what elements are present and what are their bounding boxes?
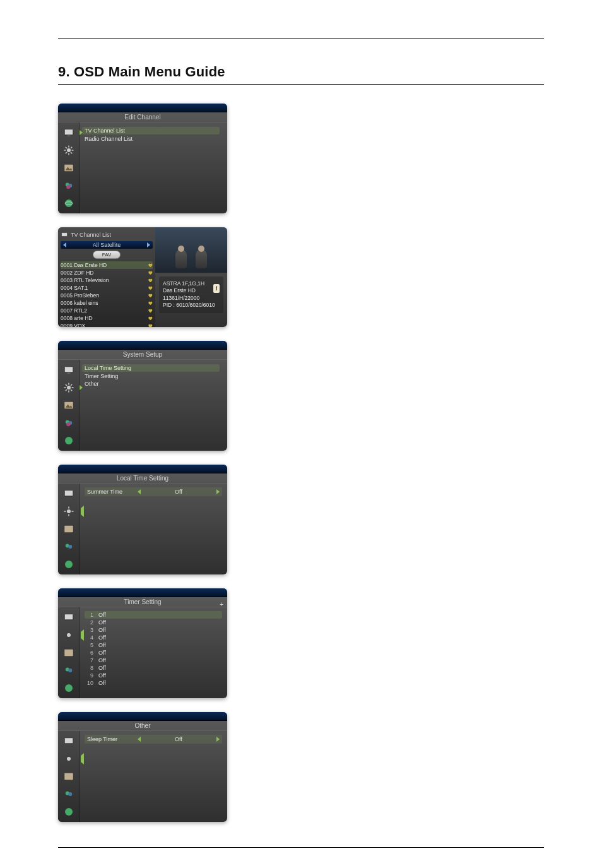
svg-line-8 bbox=[71, 152, 72, 153]
picture-icon bbox=[62, 399, 75, 412]
gear-icon bbox=[62, 381, 75, 394]
svg-line-10 bbox=[71, 147, 72, 148]
globe-icon bbox=[62, 806, 75, 818]
back-pointer-icon bbox=[81, 506, 84, 517]
heart-icon bbox=[148, 316, 153, 321]
timer-row[interactable]: 10Off bbox=[85, 679, 222, 687]
tv-icon bbox=[62, 126, 75, 139]
channel-row[interactable]: 0008 arte HD bbox=[61, 314, 153, 322]
chevron-left-icon[interactable] bbox=[138, 737, 141, 742]
selected-pointer-icon bbox=[80, 130, 83, 135]
left-icon-rail bbox=[58, 360, 80, 451]
palette-icon bbox=[62, 664, 75, 677]
palette-icon bbox=[62, 417, 75, 429]
screenshot-other: Other Sleep Timer Off bbox=[58, 712, 227, 822]
timer-row[interactable]: 7Off bbox=[85, 657, 222, 664]
option-sleep-timer[interactable]: Sleep Timer Off bbox=[85, 735, 222, 744]
preview-video bbox=[155, 227, 227, 273]
timer-row[interactable]: 2Off bbox=[85, 619, 222, 626]
menu-item-timer-setting[interactable]: Timer Setting bbox=[85, 372, 222, 380]
svg-line-29 bbox=[71, 384, 72, 386]
channel-row[interactable]: 0009 VOX bbox=[61, 322, 153, 327]
screenshot-caption: Edit Channel bbox=[58, 112, 227, 122]
channel-row[interactable]: 0007 RTL2 bbox=[61, 307, 153, 314]
chevron-right-icon[interactable] bbox=[216, 737, 220, 742]
info-satellite: ASTRA 1F,1G,1H bbox=[163, 280, 220, 287]
svg-point-45 bbox=[65, 561, 73, 568]
back-pointer-icon bbox=[81, 629, 84, 641]
channel-info-box: ASTRA 1F,1G,1H Das Erste HD 11361/H/2200… bbox=[159, 276, 223, 313]
tv-icon bbox=[62, 611, 75, 624]
svg-point-50 bbox=[68, 669, 72, 672]
globe-icon bbox=[62, 434, 75, 447]
svg-rect-1 bbox=[67, 136, 70, 137]
heart-icon bbox=[148, 323, 153, 327]
heart-icon bbox=[148, 285, 153, 290]
left-icon-rail bbox=[58, 484, 80, 574]
picture-icon bbox=[62, 162, 75, 174]
tv-icon bbox=[62, 487, 75, 500]
picture-icon bbox=[62, 770, 75, 783]
heart-icon bbox=[148, 308, 153, 313]
back-pointer-icon bbox=[81, 753, 84, 764]
svg-point-56 bbox=[68, 792, 72, 796]
info-channel: Das Erste HD bbox=[163, 287, 220, 294]
screenshot-system-setup: System Setup Local Time Setting Timer Se… bbox=[58, 341, 227, 451]
timer-row[interactable]: 5Off bbox=[85, 641, 222, 649]
chevron-right-icon[interactable] bbox=[216, 489, 220, 494]
timer-row[interactable]: 4Off bbox=[85, 634, 222, 641]
option-value: Off bbox=[145, 489, 213, 495]
screenshot-caption: Other bbox=[58, 721, 227, 731]
option-label: Summer Time bbox=[87, 489, 134, 495]
svg-point-21 bbox=[67, 386, 71, 389]
globe-icon bbox=[62, 558, 75, 571]
option-summer-time[interactable]: Summer Time Off bbox=[85, 487, 222, 496]
svg-point-15 bbox=[66, 185, 70, 189]
svg-line-26 bbox=[65, 384, 66, 386]
info-icon: i bbox=[213, 284, 220, 293]
channel-row[interactable]: 0003 RTL Television bbox=[61, 276, 153, 284]
timer-row[interactable]: 9Off bbox=[85, 672, 222, 679]
timer-row[interactable]: 1Off bbox=[85, 611, 222, 619]
svg-point-35 bbox=[65, 437, 73, 444]
picture-icon bbox=[62, 523, 75, 535]
tv-icon bbox=[62, 364, 75, 376]
svg-rect-48 bbox=[64, 650, 73, 657]
screenshot-tv-channel-list: TV Channel List All Satellite FAV 0001 D… bbox=[58, 227, 227, 327]
plus-icon[interactable]: + bbox=[220, 601, 223, 608]
tv-icon bbox=[62, 735, 75, 747]
screenshot-caption: Timer Setting bbox=[58, 597, 227, 607]
menu-item-local-time-setting[interactable]: Local Time Setting bbox=[85, 364, 222, 372]
heart-icon bbox=[148, 278, 153, 283]
svg-rect-19 bbox=[64, 367, 73, 372]
svg-rect-0 bbox=[64, 129, 73, 135]
channel-row[interactable]: 0005 ProSieben bbox=[61, 292, 153, 299]
chevron-left-icon[interactable] bbox=[138, 489, 141, 494]
channel-row[interactable]: 0001 Das Erste HD bbox=[61, 261, 153, 269]
channel-rows: 0001 Das Erste HD 0002 ZDF HD 0003 RTL T… bbox=[61, 261, 153, 327]
svg-line-9 bbox=[65, 152, 66, 153]
channel-row[interactable]: 0006 kabel eins bbox=[61, 299, 153, 307]
timer-row[interactable]: 6Off bbox=[85, 649, 222, 657]
page-title: 9. OSD Main Menu Guide bbox=[58, 64, 544, 80]
gear-icon bbox=[62, 144, 75, 157]
menu-item-radio-channel-list[interactable]: Radio Channel List bbox=[85, 135, 222, 143]
palette-icon bbox=[62, 540, 75, 553]
menu-item-tv-channel-list[interactable]: TV Channel List bbox=[85, 126, 222, 135]
svg-point-44 bbox=[68, 545, 72, 549]
info-pid: PID : 6010/6020/6010 bbox=[163, 302, 220, 309]
satellite-selector[interactable]: All Satellite bbox=[61, 241, 153, 249]
svg-rect-18 bbox=[62, 233, 68, 237]
svg-rect-36 bbox=[64, 490, 73, 496]
timer-row[interactable]: 8Off bbox=[85, 664, 222, 672]
channel-row[interactable]: 0002 ZDF HD bbox=[61, 269, 153, 276]
channel-row[interactable]: 0004 SAT.1 bbox=[61, 284, 153, 292]
heart-icon bbox=[148, 293, 153, 298]
info-transponder: 11361/H/22000 bbox=[163, 295, 220, 302]
fav-pill[interactable]: FAV bbox=[93, 251, 121, 259]
svg-rect-46 bbox=[64, 614, 73, 620]
menu-item-other[interactable]: Other bbox=[85, 380, 222, 388]
left-icon-rail bbox=[58, 607, 80, 698]
timer-row[interactable]: 3Off bbox=[85, 626, 222, 634]
screenshot-edit-channel: Edit Channel TV Channel List Radio Chann… bbox=[58, 104, 227, 213]
